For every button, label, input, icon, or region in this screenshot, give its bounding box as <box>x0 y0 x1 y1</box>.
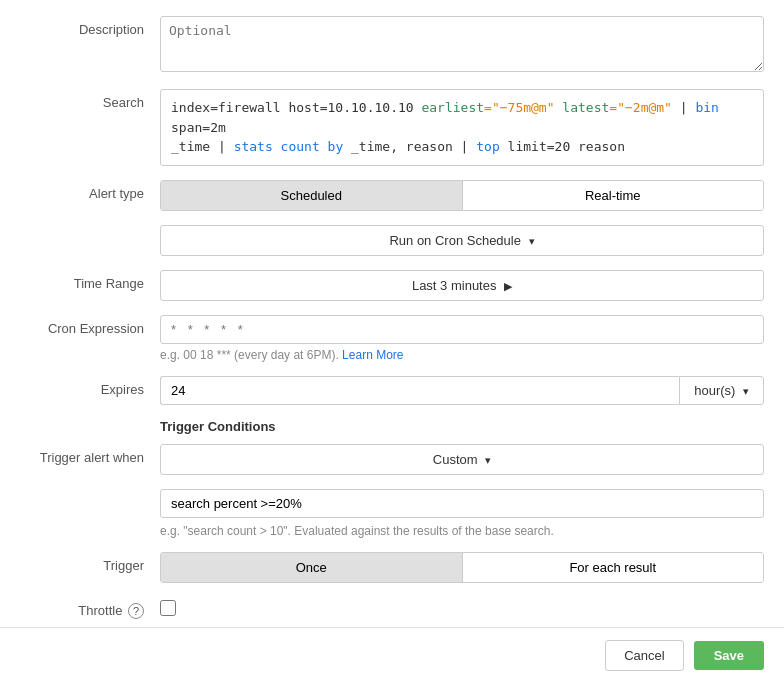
search-pipe1: | <box>672 100 695 115</box>
description-label: Description <box>20 16 160 37</box>
time-range-label: Time Range <box>20 270 160 291</box>
search-bin: bin <box>695 100 718 115</box>
condition-input-label-spacer <box>20 489 160 495</box>
search-stats: stats <box>234 139 273 154</box>
run-on-cron-button[interactable]: Run on Cron Schedule ▾ <box>160 225 764 256</box>
cron-expression-label: Cron Expression <box>20 315 160 336</box>
trigger-alert-when-label: Trigger alert when <box>20 444 160 465</box>
trigger-conditions-label-spacer <box>20 419 160 425</box>
expires-unit-label: hour(s) <box>694 383 735 398</box>
trigger-alert-when-button[interactable]: Custom ▾ <box>160 444 764 475</box>
search-latest-key: latest <box>562 100 609 115</box>
search-top: top <box>476 139 499 154</box>
search-space3 <box>320 139 328 154</box>
cron-learn-more-link[interactable]: Learn More <box>342 348 403 362</box>
search-count: count <box>281 139 320 154</box>
expires-input[interactable] <box>160 376 679 405</box>
trigger-each-result-button[interactable]: For each result <box>463 553 764 582</box>
save-button[interactable]: Save <box>694 641 764 670</box>
search-box: index=firewall host=10.10.10.10 earliest… <box>160 89 764 166</box>
search-time-reason: _time, reason | <box>343 139 476 154</box>
throttle-row <box>160 600 764 616</box>
condition-hint: e.g. "search count > 10". Evaluated agai… <box>160 524 764 538</box>
search-limit: limit=20 reason <box>500 139 625 154</box>
time-range-value: Last 3 minutes <box>412 278 497 293</box>
search-span: span=2m_time | <box>171 120 234 155</box>
cron-expression-input[interactable] <box>160 315 764 344</box>
run-on-arrow-icon: ▾ <box>529 235 535 247</box>
time-range-arrow-icon: ▶ <box>504 280 512 292</box>
run-on-cron-label: Run on Cron Schedule <box>389 233 521 248</box>
search-earliest-key: earliest <box>421 100 484 115</box>
throttle-label-text: Throttle <box>78 603 122 618</box>
expires-label: Expires <box>20 376 160 397</box>
search-label: Search <box>20 89 160 110</box>
expires-unit-button[interactable]: hour(s) ▾ <box>679 376 764 405</box>
alert-type-toggle: Scheduled Real-time <box>160 180 764 211</box>
expires-group: hour(s) ▾ <box>160 376 764 405</box>
throttle-label: Throttle ? <box>20 597 160 619</box>
trigger-alert-when-arrow-icon: ▾ <box>485 454 491 466</box>
time-range-button[interactable]: Last 3 minutes ▶ <box>160 270 764 301</box>
trigger-conditions-heading: Trigger Conditions <box>160 419 276 434</box>
cron-hint-text: e.g. 00 18 *** (every day at 6PM). <box>160 348 339 362</box>
alert-type-label: Alert type <box>20 180 160 201</box>
trigger-toggle: Once For each result <box>160 552 764 583</box>
search-latest-val: ="−2m@m" <box>609 100 672 115</box>
description-input[interactable] <box>160 16 764 72</box>
expires-unit-arrow-icon: ▾ <box>743 385 749 397</box>
search-text-1: index=firewall host=10.10.10.10 <box>171 100 421 115</box>
cron-hint: e.g. 00 18 *** (every day at 6PM). Learn… <box>160 348 764 362</box>
trigger-once-button[interactable]: Once <box>161 553 462 582</box>
search-earliest-val: ="−75m@m" <box>484 100 554 115</box>
condition-input[interactable] <box>160 489 764 518</box>
throttle-question-icon: ? <box>128 603 144 619</box>
run-on-label-empty <box>20 225 160 231</box>
trigger-label: Trigger <box>20 552 160 573</box>
cancel-button[interactable]: Cancel <box>605 640 683 671</box>
search-by: by <box>328 139 344 154</box>
alert-type-realtime[interactable]: Real-time <box>463 181 764 210</box>
search-space2 <box>273 139 281 154</box>
trigger-alert-when-value: Custom <box>433 452 478 467</box>
footer: Cancel Save <box>0 627 784 683</box>
throttle-checkbox[interactable] <box>160 600 176 616</box>
alert-type-scheduled[interactable]: Scheduled <box>161 181 462 210</box>
